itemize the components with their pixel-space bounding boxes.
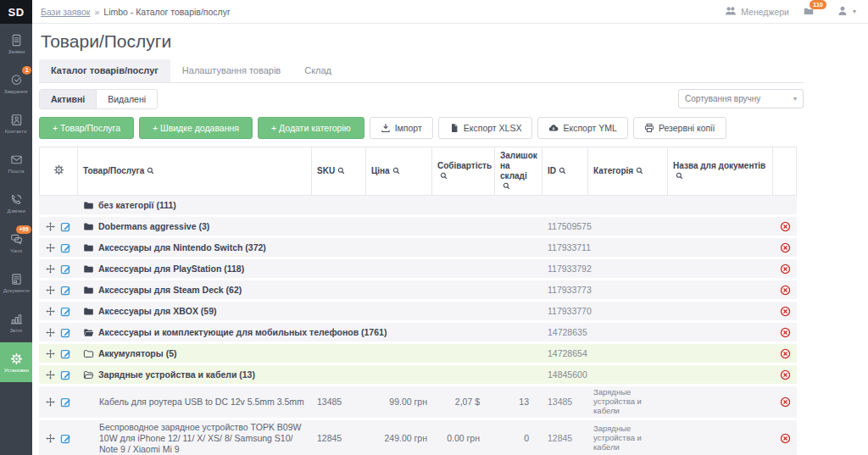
delete-icon[interactable] (780, 285, 791, 296)
search-icon[interactable] (503, 182, 510, 190)
category-name[interactable]: Аксессуары для Steam Deck (62) (98, 285, 242, 295)
move-icon[interactable] (46, 243, 55, 252)
edit-icon[interactable] (60, 369, 71, 380)
column-header-cost[interactable]: Собівартість (432, 147, 495, 196)
sidebar-item-chats[interactable]: Чати+99 (0, 223, 32, 263)
category-name[interactable]: без категорії (111) (98, 200, 176, 210)
move-icon[interactable] (46, 286, 55, 295)
edit-icon[interactable] (60, 306, 71, 317)
user-icon (837, 5, 849, 19)
column-header-stock[interactable]: Залишок на складі (495, 147, 542, 196)
gear-icon (53, 164, 64, 175)
printer-icon (644, 123, 654, 133)
move-icon[interactable] (46, 370, 55, 380)
sidebar-item-contacts[interactable]: Контакти (0, 103, 32, 143)
quick-add-button[interactable]: + Швидке додавання (139, 117, 253, 139)
column-header-doc_name[interactable]: Назва для документів (668, 147, 773, 196)
sidebar-item-calls[interactable]: Дзвінки (0, 183, 32, 223)
search-icon[interactable] (559, 167, 566, 175)
column-header-price[interactable]: Ціна (366, 147, 432, 196)
move-icon[interactable] (46, 397, 55, 407)
file-icon (449, 123, 459, 133)
column-header-name[interactable]: Товар/Послуга (78, 147, 312, 196)
edit-icon[interactable] (60, 348, 71, 359)
category-name[interactable]: Dobermans aggressive (3) (98, 221, 209, 231)
category-name[interactable]: Аксессуары и комплектующие для мобильных… (98, 327, 387, 337)
move-icon[interactable] (46, 264, 55, 274)
delete-icon[interactable] (780, 264, 791, 275)
column-header-sku[interactable]: SKU (312, 147, 366, 196)
product-name[interactable]: Кабель для роутера USB to DC 12v 5.5mm 3… (99, 397, 307, 408)
edit-icon[interactable] (60, 242, 71, 253)
edit-icon[interactable] (60, 327, 71, 338)
address-book-icon (10, 114, 23, 126)
backups-button[interactable]: Резервні копії (633, 117, 726, 139)
row-sku: 13485 (312, 386, 366, 420)
sort-select[interactable]: Сортування вручну ▾ (678, 89, 804, 108)
user-menu-button[interactable]: ▾ (837, 5, 856, 19)
breadcrumb-link[interactable]: Бази заявок (41, 7, 90, 17)
export-xlsx-button[interactable]: Експорт XLSX (438, 117, 533, 139)
app-logo[interactable]: SD (0, 0, 32, 24)
delete-icon[interactable] (780, 306, 791, 317)
notifications-button[interactable]: 110 (803, 5, 815, 19)
category-row: Dobermans aggressive (3)117509575 (39, 217, 797, 238)
tab-stock[interactable]: Склад (292, 59, 343, 82)
row-id: 117509575 (542, 217, 588, 238)
import-button[interactable]: Імпорт (370, 117, 433, 139)
export-yml-button[interactable]: Експорт YML (537, 117, 627, 139)
badge: 1 (22, 66, 31, 75)
add-category-button[interactable]: + Додати категорію (258, 117, 364, 139)
sidebar-item-mail[interactable]: Пошта (0, 143, 32, 183)
filter-tab-active[interactable]: Активні (40, 90, 96, 108)
category-name[interactable]: Аксессуары для XBOX (59) (98, 306, 216, 316)
tab-settings[interactable]: Налаштування товарів (170, 59, 292, 82)
search-icon[interactable] (676, 172, 683, 180)
managers-button[interactable]: Менеджери (725, 5, 789, 19)
tab-catalog[interactable]: Каталог товарів/послуг (39, 59, 170, 82)
filter-tab-deleted[interactable]: Видалені (96, 90, 157, 108)
delete-icon[interactable] (780, 433, 791, 444)
edit-icon[interactable] (60, 221, 71, 232)
search-icon[interactable] (392, 167, 400, 175)
move-icon[interactable] (46, 434, 55, 443)
sidebar-item-requests[interactable]: Заявки (0, 24, 32, 64)
sidebar-item-settings[interactable]: Установки (0, 342, 32, 382)
edit-icon[interactable] (60, 264, 71, 275)
move-icon[interactable] (46, 349, 55, 358)
search-icon[interactable] (337, 167, 345, 175)
search-icon[interactable] (147, 167, 154, 175)
delete-icon[interactable] (780, 327, 791, 338)
product-name[interactable]: Беспроводное зарядное устройство TOPK B0… (99, 422, 307, 455)
search-icon[interactable] (440, 172, 448, 180)
edit-icon[interactable] (60, 397, 71, 408)
column-header-id[interactable]: ID (542, 147, 588, 196)
people-icon (725, 5, 737, 19)
sidebar-item-tasks[interactable]: Завдання1 (0, 64, 32, 103)
row-id: 117933770 (542, 302, 588, 323)
chat-icon (10, 233, 23, 246)
column-header-settings[interactable] (39, 147, 78, 196)
row-price: 249.00 грн (366, 420, 432, 455)
delete-icon[interactable] (780, 369, 791, 380)
category-name[interactable]: Зарядные устройства и кабели (13) (98, 369, 255, 380)
add-product-button[interactable]: + Товар/Послуга (39, 117, 134, 139)
edit-icon[interactable] (60, 285, 71, 296)
delete-icon[interactable] (780, 348, 791, 359)
category-name[interactable]: Аккумуляторы (5) (98, 348, 176, 358)
move-icon[interactable] (46, 328, 55, 337)
delete-icon[interactable] (780, 397, 791, 408)
folder-icon (83, 242, 94, 253)
edit-icon[interactable] (60, 433, 71, 444)
delete-icon[interactable] (780, 242, 791, 253)
sidebar-item-documents[interactable]: Документи (0, 263, 32, 302)
category-name[interactable]: Аксессуары для Nintendo Switch (372) (98, 242, 266, 252)
column-header-category[interactable]: Категорія (588, 147, 668, 196)
sidebar-item-reports[interactable]: Звіти (0, 302, 32, 342)
row-id: 14728635 (542, 323, 588, 344)
move-icon[interactable] (46, 222, 55, 231)
search-icon[interactable] (636, 167, 643, 175)
delete-icon[interactable] (780, 221, 791, 232)
move-icon[interactable] (46, 307, 55, 316)
category-name[interactable]: Аксессуары для PlayStation (118) (98, 264, 244, 274)
